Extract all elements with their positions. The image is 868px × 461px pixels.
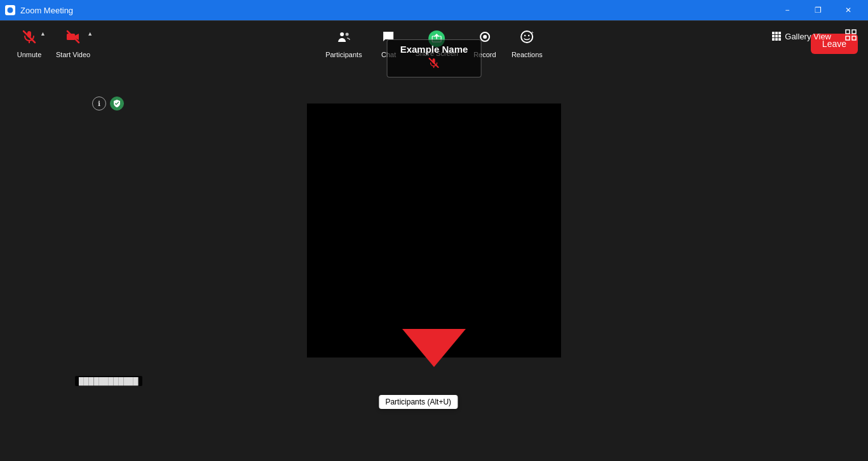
minimize-button[interactable]: −: [773, 0, 802, 20]
speaker-name: Example Name: [400, 44, 468, 55]
gallery-view-label: Gallery View: [785, 32, 831, 41]
participants-button[interactable]: Participants: [320, 25, 367, 62]
svg-point-17: [483, 35, 487, 39]
app-icon: [5, 5, 15, 15]
main-meeting-area: Gallery View ℹ Example Name: [0, 20, 868, 461]
unmute-button[interactable]: ▲ Unmute: [10, 25, 48, 62]
participants-icon: [336, 29, 351, 48]
mic-muted-icon: [22, 29, 37, 48]
unmute-label: Unmute: [17, 51, 42, 58]
reactions-icon: +: [519, 29, 534, 48]
fullscreen-button[interactable]: [841, 27, 860, 46]
svg-rect-3: [846, 36, 850, 40]
start-video-button[interactable]: ▲ Start Video: [51, 25, 95, 62]
toolbar-left: ▲ Unmute ▲: [10, 25, 95, 62]
svg-rect-1: [846, 30, 850, 34]
participant-video: [307, 104, 561, 357]
svg-text:+: +: [531, 30, 534, 36]
start-video-label: Start Video: [56, 51, 90, 58]
top-right-controls: Gallery View: [767, 27, 860, 46]
top-left-icons: ℹ: [92, 97, 124, 110]
restore-button[interactable]: ❐: [803, 0, 832, 20]
titlebar-left: Zoom Meeting: [5, 5, 73, 15]
participants-label: Participants: [325, 51, 362, 58]
svg-point-13: [340, 32, 344, 36]
svg-point-20: [528, 34, 529, 36]
participants-tooltip: Participants (Alt+U): [379, 395, 458, 409]
info-icon-button[interactable]: ℹ: [92, 97, 106, 110]
titlebar: Zoom Meeting − ❐ ✕: [0, 0, 868, 20]
close-button[interactable]: ✕: [834, 0, 863, 20]
svg-point-14: [345, 32, 348, 36]
gallery-view-button[interactable]: Gallery View: [767, 29, 836, 44]
video-off-icon: [65, 29, 81, 48]
shield-icon-button[interactable]: [110, 97, 124, 110]
video-arrow-icon[interactable]: ▲: [87, 30, 93, 37]
speaker-mic-muted-icon: [400, 57, 468, 70]
svg-rect-4: [852, 36, 856, 40]
self-video-name: ████████████: [75, 376, 142, 386]
unmute-arrow-icon[interactable]: ▲: [40, 30, 46, 37]
app-title: Zoom Meeting: [20, 6, 73, 15]
svg-point-19: [524, 34, 526, 36]
red-chevron-indicator: [402, 329, 466, 367]
reactions-label: Reactions: [512, 51, 543, 58]
speaker-label-box: Example Name: [387, 39, 482, 77]
grid-icon: [772, 32, 781, 41]
svg-point-0: [7, 7, 13, 13]
reactions-button[interactable]: + Reactions: [506, 25, 548, 62]
titlebar-controls: − ❐ ✕: [773, 0, 863, 20]
svg-rect-2: [852, 30, 856, 34]
